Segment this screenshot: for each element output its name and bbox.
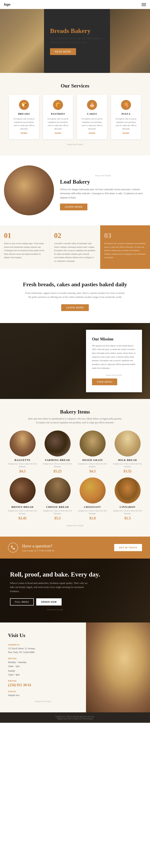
item-brown-bread: BROWN BREAD Sample text. Click to select… — [7, 477, 38, 520]
cinnabon-price: $1.5 — [112, 516, 143, 520]
email-detail[interactable]: Sample text — [8, 693, 78, 697]
service-more-pizza[interactable]: MORE — [115, 132, 137, 134]
roll-content: Roll, proof, and bake. Every day. When i… — [0, 570, 110, 611]
services-grid: 🍞 BREADS Excepteur sint occaecat cupidat… — [4, 95, 146, 139]
farming-bread-price: $5.25 — [42, 469, 73, 473]
visit-phone-info: PHONE (234) 921 30-61 — [8, 680, 78, 687]
loaf-image-credit: Image from Freepik — [60, 175, 146, 177]
loaf-content: Image from Freepik Loaf Bakery Ultrices … — [60, 170, 146, 210]
item-baguette: BAGUETTE Sample text. Click to select th… — [7, 431, 38, 473]
mixed-grain-image — [80, 431, 106, 457]
services-section: Our Services 🍞 BREADS Excepteur sint occ… — [0, 73, 150, 155]
hours-sunday-day: Sunday — [8, 670, 15, 672]
brown-img-inner — [9, 477, 36, 503]
milk-bread-desc: Sample text. Click to select the Text El… — [112, 462, 143, 468]
milk-bread-image — [115, 431, 141, 457]
bread-image-right — [110, 9, 150, 73]
baguette-desc: Sample text. Click to select the Text El… — [7, 462, 38, 468]
service-card-breads: 🍞 BREADS Excepteur sint occaecat cupidat… — [9, 95, 39, 139]
item-cinnabon: CINNABON Sample text. Click to select th… — [112, 477, 143, 520]
pizza-icon: 🍕 — [121, 100, 131, 110]
hours-sunday: Sunday 12pm - 4pm — [8, 669, 78, 677]
loaf-section: Image from Freepik Loaf Bakery Ultrices … — [0, 155, 150, 225]
hero-image-left — [0, 9, 44, 73]
fresh-description: From wholesome, organic loaves to mouth-… — [25, 291, 125, 299]
phone-number[interactable]: (234) 921 30-61 — [8, 683, 78, 687]
roll-image-credit: Image from Freepik — [10, 609, 100, 611]
bakery-items-subtitle: Duis aute irure dolor in reprehenderit i… — [25, 417, 125, 425]
mission-section: Our Mission We opened our first bakery i… — [0, 323, 150, 399]
visit-title: Visit Us — [8, 632, 78, 639]
service-more-breads[interactable]: MORE — [13, 132, 35, 134]
service-card-cakes: 🎂 CAKES Excepteur sint occaecat cupidata… — [77, 95, 107, 139]
order-now-button[interactable]: ORDER NOW — [36, 598, 62, 606]
hours-sunday-time: 12pm - 4pm — [8, 673, 20, 676]
services-title: Our Services — [4, 83, 146, 89]
loaf-description: Ultrices leo integer malesuada nunc vel … — [60, 187, 146, 199]
menu-line — [142, 6, 146, 6]
service-card-pastries: 🥐 PASTRIES Excepteur sint occaecat cupid… — [43, 95, 73, 139]
roll-buttons: FULL MENU ORDER NOW — [10, 598, 100, 606]
fresh-section: Fresh breads, cakes and pasties baked da… — [0, 269, 150, 323]
get-in-touch-button[interactable]: GET IN TOUCH — [114, 544, 142, 551]
item-mixed-grain: MIXED GRAIN Sample text. Click to select… — [77, 431, 108, 473]
item-farming-bread: FARMING BREAD Sample text. Click to sele… — [42, 431, 73, 473]
visit-image-credit: Image from Freepik — [8, 700, 78, 703]
mixed-grain-name: MIXED GRAIN — [77, 459, 108, 462]
services-image-credit: Image from Freepik — [4, 143, 146, 146]
numbered-text-2: Convallis convallis tellus id interdum v… — [54, 242, 96, 263]
baguette-image — [9, 431, 36, 457]
visit-image — [86, 622, 150, 712]
phone-label: PHONE — [8, 680, 78, 682]
number-3: 03 — [104, 231, 146, 240]
cinnabon-name: CINNABON — [112, 505, 143, 508]
farming-bread-image — [44, 431, 70, 457]
loaf-learn-more-button[interactable]: LEARN MORE — [60, 204, 87, 210]
question-subtitle: Call us today on 777 000 of 0000 00 — [22, 549, 54, 552]
service-name-cakes: CAKES — [81, 112, 103, 116]
farming-bread-name: FARMING BREAD — [42, 459, 73, 462]
hours-weekday: Monday - Saturday 10am - 7pm — [8, 660, 78, 668]
visit-food-image — [86, 622, 150, 712]
visit-email-info: EMAIL Sample text — [8, 690, 78, 697]
cinnabon-desc: Sample text. Click to select the Text El… — [112, 509, 143, 515]
service-more-cakes[interactable]: MORE — [81, 132, 103, 134]
brown-bread-image — [9, 477, 36, 503]
hero-read-more-button[interactable]: READ MORE — [50, 48, 76, 55]
numbered-text-1: Enim ut sem viverra aliquet eget. Vitae … — [4, 242, 46, 259]
service-text-pizza: Excepteur sint occaecat cupidatat non pr… — [115, 117, 137, 130]
croissant-price: $1.8 — [77, 516, 108, 520]
brown-bread-price: $2.45 — [7, 516, 38, 520]
service-text-pastries: Excepteur sint occaecat cupidatat non pr… — [47, 117, 69, 130]
hero-title: Breads Bakery — [50, 27, 104, 35]
mission-view-menu-button[interactable]: VIEW MENU — [92, 378, 117, 385]
bread-image-left — [0, 9, 44, 73]
logo[interactable]: logo — [4, 2, 10, 7]
mission-box: Our Mission We opened our first bakery i… — [86, 330, 142, 392]
numbered-section: 01 Enim ut sem viverra aliquet eget. Vit… — [0, 225, 150, 269]
milk-bread-name: MILK BREAD — [112, 459, 143, 462]
service-name-breads: BREADS — [13, 112, 35, 116]
cheese-bread-price: $5.5 — [42, 516, 73, 520]
brown-bread-name: BROWN BREAD — [7, 505, 38, 508]
item-cheese-bread: CHEESE BREAD Sample text. Click to selec… — [42, 477, 73, 520]
croissant-desc: Sample text. Click to select the Text El… — [77, 509, 108, 515]
full-menu-button[interactable]: FULL MENU — [10, 598, 34, 606]
bakery-items-image-credit: Images from Freepik — [4, 524, 146, 527]
address-label: ADDRESS — [8, 644, 78, 646]
mission-description: We opened our first bakery in the South … — [92, 344, 136, 370]
cheese-bread-image — [44, 477, 70, 503]
loaf-baker-image — [4, 165, 54, 215]
bakery-items-section: Bakery Items Duis aute irure dolor in re… — [0, 399, 150, 536]
fresh-learn-more-button[interactable]: LEARN MORE — [61, 304, 89, 311]
hero-image-right — [110, 9, 150, 73]
roll-section: Roll, proof, and bake. Every day. When i… — [0, 559, 150, 622]
footer-text: Sample text. Click to edit and add your … — [4, 715, 146, 718]
baguette-img-inner — [9, 431, 36, 457]
cakes-icon: 🎂 — [87, 100, 97, 110]
address-detail: 121 Rock Street, 21 Avenue,New York, NY … — [8, 647, 78, 654]
milk-img-inner — [115, 431, 141, 457]
service-more-pastries[interactable]: MORE — [47, 132, 69, 134]
mixed-grain-desc: Sample text. Click to select the Text El… — [77, 462, 108, 468]
hamburger-menu[interactable] — [142, 3, 146, 6]
